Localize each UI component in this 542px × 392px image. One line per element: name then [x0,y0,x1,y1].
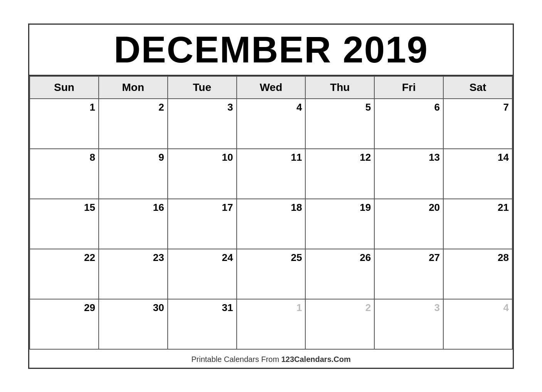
day-number: 7 [447,101,509,113]
day-number: 26 [309,252,371,264]
day-header-mon: Mon [99,76,168,99]
day-number: 31 [171,302,233,314]
day-number: 10 [171,151,233,163]
calendar-day[interactable]: 30 [99,299,168,349]
day-number: 25 [240,252,302,264]
calendar-day[interactable]: 21 [443,199,512,249]
week-row-3: 15161718192021 [30,199,512,249]
day-number: 2 [309,302,371,314]
day-header-tue: Tue [168,76,237,99]
calendar-footer: Printable Calendars From 123Calendars.Co… [29,350,513,368]
day-number: 18 [240,202,302,214]
day-number: 30 [102,302,164,314]
day-number: 28 [447,252,509,264]
calendar-day[interactable]: 25 [237,249,306,299]
day-number: 5 [309,101,371,113]
day-headers-row: SunMonTueWedThuFriSat [30,76,512,99]
calendar-day[interactable]: 11 [237,149,306,199]
calendar-day[interactable]: 4 [237,99,306,149]
day-number: 22 [33,252,95,264]
calendar-day[interactable]: 1 [30,99,99,149]
calendar-day[interactable]: 28 [443,249,512,299]
calendar-day[interactable]: 19 [305,199,374,249]
calendar-day[interactable]: 3 [374,299,443,349]
day-header-thu: Thu [305,76,374,99]
calendar-day[interactable]: 1 [237,299,306,349]
calendar-day[interactable]: 12 [305,149,374,199]
day-number: 12 [309,151,371,163]
day-number: 27 [378,252,440,264]
calendar-day[interactable]: 31 [168,299,237,349]
day-number: 11 [240,151,302,163]
day-number: 13 [378,151,440,163]
day-number: 3 [171,101,233,113]
day-number: 15 [33,202,95,214]
calendar-day[interactable]: 13 [374,149,443,199]
day-number: 24 [171,252,233,264]
day-number: 19 [309,202,371,214]
week-row-1: 1234567 [30,99,512,149]
footer-text: Printable Calendars From [191,355,281,363]
day-number: 1 [33,101,95,113]
day-number: 6 [378,101,440,113]
calendar-day[interactable]: 23 [99,249,168,299]
calendar-day[interactable]: 9 [99,149,168,199]
calendar-day[interactable]: 26 [305,249,374,299]
week-row-2: 891011121314 [30,149,512,199]
calendar-day[interactable]: 17 [168,199,237,249]
day-header-sat: Sat [443,76,512,99]
day-number: 14 [447,151,509,163]
calendar-title: DECEMBER 2019 [29,25,513,76]
calendar-day[interactable]: 20 [374,199,443,249]
calendar-day[interactable]: 16 [99,199,168,249]
day-number: 3 [378,302,440,314]
calendar-day[interactable]: 2 [305,299,374,349]
calendar-day[interactable]: 7 [443,99,512,149]
day-number: 8 [33,151,95,163]
calendar-day[interactable]: 15 [30,199,99,249]
day-number: 23 [102,252,164,264]
day-number: 17 [171,202,233,214]
calendar-day[interactable]: 24 [168,249,237,299]
calendar-day[interactable]: 4 [443,299,512,349]
calendar-grid: SunMonTueWedThuFriSat 123456789101112131… [29,76,513,350]
calendar-day[interactable]: 10 [168,149,237,199]
week-row-5: 2930311234 [30,299,512,349]
day-header-fri: Fri [374,76,443,99]
calendar-day[interactable]: 3 [168,99,237,149]
calendar-day[interactable]: 2 [99,99,168,149]
week-row-4: 22232425262728 [30,249,512,299]
calendar-container: DECEMBER 2019 SunMonTueWedThuFriSat 1234… [28,24,514,369]
day-number: 20 [378,202,440,214]
day-number: 21 [447,202,509,214]
calendar-day[interactable]: 14 [443,149,512,199]
day-header-sun: Sun [30,76,99,99]
calendar-day[interactable]: 5 [305,99,374,149]
day-number: 4 [240,101,302,113]
day-number: 29 [33,302,95,314]
calendar-day[interactable]: 6 [374,99,443,149]
day-number: 2 [102,101,164,113]
calendar-day[interactable]: 29 [30,299,99,349]
day-number: 9 [102,151,164,163]
day-number: 16 [102,202,164,214]
calendar-day[interactable]: 27 [374,249,443,299]
day-number: 4 [447,302,509,314]
calendar-day[interactable]: 8 [30,149,99,199]
footer-link: 123Calendars.Com [281,355,351,363]
calendar-day[interactable]: 18 [237,199,306,249]
calendar-day[interactable]: 22 [30,249,99,299]
day-header-wed: Wed [237,76,306,99]
day-number: 1 [240,302,302,314]
